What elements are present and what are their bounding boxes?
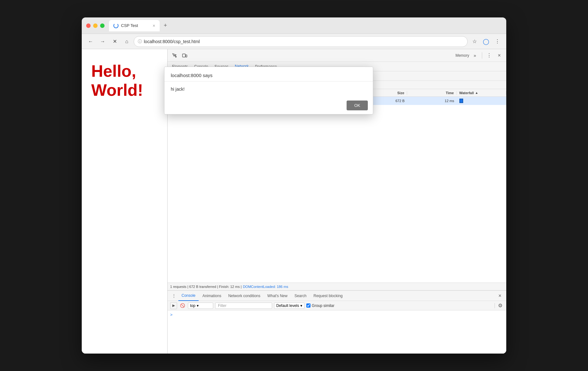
menu-button[interactable]: ⋮: [492, 36, 502, 47]
console-tab-search[interactable]: Search: [291, 291, 310, 301]
group-similar-checkbox[interactable]: Group similar: [306, 303, 334, 308]
minimize-traffic-light[interactable]: [93, 23, 98, 28]
forward-button[interactable]: →: [98, 36, 108, 47]
refresh-button[interactable]: ✕: [110, 36, 120, 47]
devtools-toolbar: Memory » ⋮ ×: [168, 49, 506, 62]
element-picker-button[interactable]: [170, 51, 179, 60]
network-empty-area: [168, 105, 506, 283]
console-toolbar: ▶ 🚫 top ▾ Filter Default levels ▾: [168, 301, 506, 310]
alert-message: hi jack!: [164, 81, 373, 97]
console-context-selector[interactable]: top ▾: [188, 303, 213, 309]
browser-window: CSP Test × + ← → ✕ ⌂ ⓘ localhost:8000/cs…: [82, 17, 506, 354]
console-tabs-row: ⋮ Console Animations Network conditions …: [168, 291, 506, 301]
console-levels-selector[interactable]: Default levels ▾: [274, 303, 304, 309]
levels-dropdown-icon: ▾: [300, 303, 302, 308]
console-block-button[interactable]: 🚫: [179, 302, 186, 309]
prompt-chevron: >: [170, 312, 173, 317]
alert-ok-button[interactable]: OK: [347, 101, 368, 110]
active-tab[interactable]: CSP Test ×: [109, 20, 160, 31]
profile-button[interactable]: ◯: [481, 36, 491, 47]
console-tab-network-conditions[interactable]: Network conditions: [225, 291, 263, 301]
traffic-lights: [86, 23, 105, 28]
svg-rect-0: [182, 54, 185, 57]
console-tab-console[interactable]: Console: [178, 291, 199, 301]
maximize-traffic-light[interactable]: [100, 23, 105, 28]
row-time: 12 ms: [407, 99, 457, 103]
group-similar-label: Group similar: [312, 303, 334, 308]
console-tab-request-blocking[interactable]: Request blocking: [310, 291, 346, 301]
device-toggle-button[interactable]: [180, 51, 189, 60]
svg-rect-1: [186, 55, 187, 57]
title-bar: CSP Test × +: [82, 17, 506, 34]
header-waterfall: Waterfall ▲: [457, 91, 507, 95]
play-icon: ▶: [172, 303, 175, 308]
bookmark-button[interactable]: ☆: [470, 36, 480, 47]
new-tab-button[interactable]: +: [161, 21, 170, 30]
console-filter-input[interactable]: Filter: [215, 303, 272, 309]
tab-favicon-spinner: [113, 23, 118, 28]
dom-content-loaded-link[interactable]: DOMContentLoaded: 186 ms: [243, 285, 288, 289]
console-close-button[interactable]: ×: [496, 292, 504, 300]
console-tab-whats-new[interactable]: What's New: [264, 291, 291, 301]
nav-actions: ☆ ◯ ⋮: [470, 36, 502, 47]
network-status-bar: 1 requests | 672 B transferred | Finish:…: [168, 283, 506, 290]
header-time-col: Time: [407, 91, 457, 95]
console-tab-animations[interactable]: Animations: [199, 291, 224, 301]
status-text: 1 requests | 672 B transferred | Finish:…: [170, 285, 242, 289]
levels-label: Default levels: [276, 303, 299, 308]
memory-tab-label[interactable]: Memory: [456, 53, 469, 58]
console-panel: ⋮ Console Animations Network conditions …: [168, 290, 506, 354]
row-waterfall-bar: [457, 99, 507, 103]
console-settings-button[interactable]: ⚙: [497, 302, 504, 309]
alert-dialog: localhost:8000 says hi jack! OK: [164, 67, 373, 114]
tab-area: CSP Test × +: [109, 20, 502, 31]
nav-bar: ← → ✕ ⌂ ⓘ localhost:8000/csp_test.html ☆…: [82, 34, 506, 49]
address-bar[interactable]: ⓘ localhost:8000/csp_test.html: [134, 36, 468, 47]
group-similar-input[interactable]: [306, 303, 310, 308]
console-menu-button[interactable]: ⋮: [170, 292, 178, 300]
tab-label: CSP Test: [121, 23, 138, 28]
devtools-menu-button[interactable]: ⋮: [485, 51, 494, 60]
context-label: top: [190, 303, 195, 308]
console-play-button[interactable]: ▶: [170, 302, 177, 309]
page-content: Hello,World!: [82, 49, 167, 354]
home-button[interactable]: ⌂: [122, 36, 132, 47]
info-icon: ⓘ: [138, 39, 142, 44]
console-prompt: >: [168, 312, 506, 318]
page-heading: Hello,World!: [91, 62, 143, 100]
alert-actions: OK: [164, 97, 373, 114]
tab-close-icon[interactable]: ×: [153, 23, 155, 28]
filter-placeholder: Filter: [218, 303, 227, 308]
close-traffic-light[interactable]: [86, 23, 91, 28]
devtools-close-button[interactable]: ×: [495, 51, 504, 60]
address-text: localhost:8000/csp_test.html: [144, 39, 200, 44]
dropdown-icon: ▾: [197, 303, 199, 308]
alert-title: localhost:8000 says: [164, 67, 373, 81]
console-body: >: [168, 310, 506, 354]
more-tabs-button[interactable]: »: [470, 51, 479, 60]
back-button[interactable]: ←: [86, 36, 96, 47]
